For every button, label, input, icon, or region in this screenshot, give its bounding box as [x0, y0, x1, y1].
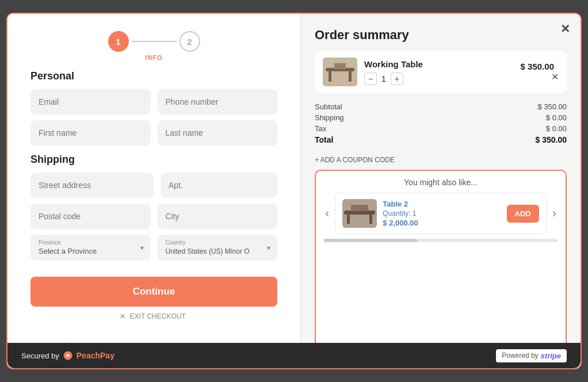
country-select-wrapper[interactable]: Country United States (US) Minor O ▾: [158, 235, 278, 261]
continue-button[interactable]: Continue: [30, 277, 277, 307]
personal-row-1: [30, 89, 277, 114]
item-image: [323, 58, 357, 86]
province-label: Province: [39, 239, 143, 246]
upsell-item-price: $ 2,000.00: [383, 219, 501, 227]
powered-label: Powered by: [502, 352, 538, 360]
upsell-slider: ‹ Table 2: [324, 193, 558, 234]
exit-checkout-link[interactable]: ✕ EXIT CHECKOUT: [30, 312, 277, 320]
personal-title: Personal: [30, 70, 277, 82]
subtotal-value: $ 350.00: [537, 102, 567, 111]
table2-image-svg: [342, 199, 377, 228]
item-info: Working Table − 1 +: [364, 59, 514, 85]
slider-next-button[interactable]: ›: [551, 206, 558, 221]
tax-label: Tax: [315, 124, 326, 133]
svg-rect-3: [349, 71, 352, 82]
upsell-scrollbar-thumb: [324, 239, 417, 242]
qty-decrease-button[interactable]: −: [364, 72, 377, 85]
working-table-image-svg: [323, 58, 357, 86]
svg-rect-9: [369, 215, 372, 224]
qty-control: − 1 +: [364, 72, 514, 85]
close-button[interactable]: ✕: [560, 22, 570, 36]
step-line: [131, 41, 177, 42]
shipping-value: $ 0.00: [546, 113, 567, 122]
svg-rect-2: [329, 71, 331, 82]
qty-increase-button[interactable]: +: [391, 72, 403, 85]
right-panel: ✕ Order summary Working Table: [301, 14, 581, 368]
firstname-field[interactable]: [30, 120, 151, 146]
country-arrow-icon: ▾: [267, 244, 270, 252]
shipping-row: Shipping $ 0.00: [315, 113, 567, 122]
personal-row-2: [30, 120, 277, 146]
country-value: United States (US) Minor O: [166, 247, 250, 255]
stepper-wrapper: 1 2 INFO: [30, 31, 277, 61]
total-label: Total: [315, 135, 333, 144]
shipping-row-2: [30, 204, 277, 229]
order-summary-title: Order summary: [315, 28, 567, 43]
step-1-label: INFO: [145, 54, 162, 61]
upsell-card: Table 2 Quantity: 1 $ 2,000.00 ADD: [335, 193, 546, 234]
upsell-title: You might also like...: [324, 178, 558, 187]
postal-field[interactable]: [30, 204, 151, 229]
tax-row: Tax $ 0.00: [315, 124, 567, 133]
subtotal-label: Subtotal: [315, 102, 342, 111]
order-item-card: Working Table − 1 + $ 350.00 ✕: [315, 51, 567, 93]
tax-value: $ 0.00: [546, 124, 567, 133]
street-field[interactable]: [30, 173, 154, 198]
apt-field[interactable]: [161, 173, 277, 198]
order-totals: Subtotal $ 350.00 Shipping $ 0.00 Tax $ …: [315, 100, 567, 151]
svg-rect-7: [344, 211, 375, 215]
item-remove-button[interactable]: ✕: [551, 71, 559, 82]
email-field[interactable]: [30, 89, 151, 114]
step-1-circle: 1: [108, 31, 129, 52]
shipping-row-1: [30, 173, 277, 198]
province-select-wrapper[interactable]: Province Select a Province ▾: [30, 235, 151, 261]
modal: 1 2 INFO Personal Shipping: [6, 13, 582, 369]
shipping-title: Shipping: [30, 154, 277, 166]
country-label: Country: [166, 239, 270, 246]
upsell-section: You might also like... ‹: [315, 170, 567, 359]
upsell-item-info: Table 2 Quantity: 1 $ 2,000.00: [383, 200, 501, 227]
qty-value: 1: [381, 74, 386, 83]
peachpay-brand: PeachPay: [77, 351, 114, 360]
shipping-label: Shipping: [315, 113, 344, 122]
step-2-circle: 2: [180, 31, 200, 52]
upsell-add-button[interactable]: ADD: [507, 205, 539, 223]
total-row: Total $ 350.00: [315, 135, 567, 144]
upsell-item-image: [342, 199, 377, 228]
svg-rect-0: [323, 58, 357, 86]
secured-text: Secured by PeachPay: [21, 350, 114, 361]
total-value: $ 350.00: [536, 135, 567, 144]
slider-prev-button[interactable]: ‹: [324, 206, 330, 221]
exit-icon: ✕: [120, 312, 125, 320]
city-field[interactable]: [158, 204, 278, 229]
secured-label: Secured by: [21, 352, 59, 360]
left-panel: 1 2 INFO Personal Shipping: [7, 14, 301, 368]
upsell-scrollbar: [324, 239, 558, 242]
item-price-remove: $ 350.00 ✕: [521, 62, 559, 82]
upsell-item-qty: Quantity: 1: [383, 209, 501, 217]
powered-by-stripe: Powered by stripe: [496, 349, 567, 362]
item-price: $ 350.00: [521, 62, 554, 71]
shipping-row-3: Province Select a Province ▾ Country Uni…: [30, 235, 277, 261]
overlay: 1 2 INFO Personal Shipping: [0, 0, 588, 382]
upsell-item-name: Table 2: [383, 200, 501, 208]
bottom-bar: Secured by PeachPay Powered by stripe: [7, 343, 581, 368]
item-name: Working Table: [364, 59, 514, 69]
subtotal-row: Subtotal $ 350.00: [315, 102, 567, 111]
stripe-label: stripe: [541, 352, 561, 360]
peachpay-icon: [63, 350, 73, 361]
coupon-link[interactable]: + ADD A COUPON CODE: [315, 156, 567, 164]
svg-rect-10: [351, 205, 368, 211]
province-arrow-icon: ▾: [140, 244, 144, 252]
phone-field[interactable]: [158, 89, 278, 114]
province-value: Select a Province: [39, 247, 97, 255]
svg-rect-8: [347, 215, 350, 224]
lastname-field[interactable]: [158, 120, 278, 146]
